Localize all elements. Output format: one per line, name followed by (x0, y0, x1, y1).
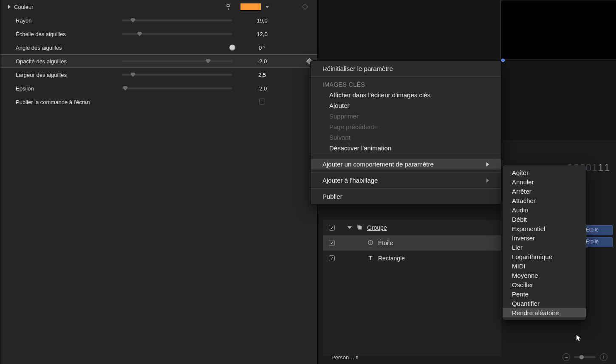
menu-separator (311, 188, 501, 189)
menu-add-parameter-behavior[interactable]: Ajouter un comportement de paramètre (311, 159, 501, 169)
timeline-clip[interactable]: Étoile (583, 237, 613, 247)
zoom-controls: − + (562, 353, 608, 361)
menu-prev-keyframe: Page précédente (311, 121, 501, 132)
color-dropdown-icon[interactable] (266, 6, 269, 8)
param-label-largeur: Largeur des aiguilles (16, 72, 67, 78)
menu-separator (311, 172, 501, 172)
menu-add-to-rig[interactable]: Ajouter à l'habillage (311, 175, 501, 186)
timeline-clips: Étoile Étoile (583, 225, 613, 249)
value-opacite[interactable]: -2,0 (241, 58, 283, 65)
layer-row-etoile[interactable]: Étoile (323, 235, 501, 251)
timeline-clip[interactable]: Étoile (583, 225, 613, 235)
publish-checkbox[interactable] (259, 99, 265, 104)
zoom-in-button[interactable]: + (600, 353, 608, 361)
layer-row-rectangle[interactable]: Rectangle (323, 251, 501, 266)
menu-keyframes-header: IMAGES CLÉS (311, 79, 501, 90)
submenu-item[interactable]: Moyenne (503, 271, 586, 280)
param-row-largeur: Largeur des aiguilles 2,5 (0, 68, 317, 82)
menu-separator (311, 76, 501, 77)
param-row-rayon: Rayon 19,0 (0, 14, 317, 27)
param-row-angle: Angle des aiguilles 0 ° (0, 41, 317, 54)
behavior-submenu: AgiterAnnulerArrêterAttacherAudioDébitEx… (502, 165, 586, 320)
param-row-echelle: Échelle des aiguilles 12,0 (0, 27, 317, 41)
menu-next-keyframe: Suivant (311, 132, 501, 143)
layer-name-etoile[interactable]: Étoile (378, 240, 393, 246)
submenu-item[interactable]: MIDI (503, 261, 586, 271)
slider-angle[interactable] (122, 47, 232, 48)
menu-disable-animation[interactable]: Désactiver l'animation (311, 143, 501, 153)
slider-epsilon[interactable] (122, 87, 232, 89)
zoom-out-button[interactable]: − (562, 353, 570, 361)
param-row-epsilon: Epsilon -2,0 (0, 82, 317, 95)
slider-rayon[interactable] (122, 20, 232, 21)
layer-name-rectangle[interactable]: Rectangle (378, 255, 405, 262)
menu-delete-keyframe: Supprimer (311, 111, 501, 121)
submenu-item[interactable]: Rendre aléatoire (503, 308, 586, 317)
slider-opacite[interactable] (122, 60, 232, 62)
shape-icon (367, 239, 374, 247)
disclosure-icon[interactable] (8, 5, 11, 9)
submenu-item[interactable]: Attacher (503, 196, 586, 205)
cursor-icon (576, 334, 582, 343)
value-echelle[interactable]: 12,0 (241, 31, 283, 37)
param-label-rayon: Rayon (16, 17, 32, 24)
submenu-item[interactable]: Audio (503, 205, 586, 214)
visibility-checkbox[interactable] (329, 225, 335, 231)
submenu-arrow-icon (486, 162, 489, 166)
slider-largeur[interactable] (122, 74, 232, 76)
visibility-checkbox[interactable] (329, 240, 335, 246)
stack-icon (356, 224, 363, 232)
transform-handle[interactable] (501, 59, 505, 62)
menu-show-keyframe-editor[interactable]: Afficher dans l'éditeur d'images clés (311, 90, 501, 100)
param-label-opacite: Opacité des aiguilles (16, 58, 67, 65)
submenu-item[interactable]: Débit (503, 214, 586, 224)
value-angle[interactable]: 0 ° (241, 45, 283, 51)
submenu-item[interactable]: Pente (503, 289, 586, 299)
layer-list: Groupe Étoile Rectangle (323, 220, 501, 356)
submenu-item[interactable]: Annuler (503, 177, 586, 186)
inspector-panel: Couleur Rayon 19,0 Échelle des aiguilles… (0, 0, 318, 364)
layer-name-group[interactable]: Groupe (367, 224, 387, 231)
value-rayon[interactable]: 19,0 (241, 17, 283, 24)
submenu-item[interactable]: Inverser (503, 233, 586, 243)
submenu-arrow-icon (486, 178, 489, 183)
menu-publish[interactable]: Publier (311, 191, 501, 202)
menu-reset-parameter[interactable]: Réinitialiser le paramètre (311, 63, 501, 74)
submenu-item[interactable]: Exponentiel (503, 224, 586, 233)
submenu-item[interactable]: Arrêter (503, 186, 586, 196)
param-label-epsilon: Epsilon (16, 85, 34, 92)
param-label-angle: Angle des aiguilles (16, 45, 62, 51)
zoom-slider[interactable] (574, 356, 596, 358)
visibility-checkbox[interactable] (329, 255, 335, 261)
svg-rect-4 (358, 226, 362, 229)
param-label-color: Couleur (14, 4, 34, 10)
slider-echelle[interactable] (122, 33, 232, 35)
submenu-item[interactable]: Lier (503, 243, 586, 252)
param-row-color: Couleur (0, 0, 317, 14)
value-largeur[interactable]: 2,5 (241, 72, 283, 78)
text-icon (367, 254, 374, 262)
submenu-item[interactable]: Quantifier (503, 299, 586, 308)
param-label-echelle: Échelle des aiguilles (16, 31, 66, 37)
value-epsilon[interactable]: -2,0 (241, 85, 283, 92)
submenu-item[interactable]: Logarithmique (503, 252, 586, 261)
param-row-opacite: Opacité des aiguilles -2,0 (0, 54, 317, 68)
disclosure-icon[interactable] (348, 226, 352, 229)
param-row-publish: Publier la commande à l'écran (0, 95, 317, 109)
menu-add-keyframe[interactable]: Ajouter (311, 100, 501, 111)
param-label-publish: Publier la commande à l'écran (16, 99, 90, 105)
submenu-item[interactable]: Agiter (503, 168, 586, 177)
color-swatch[interactable] (240, 3, 261, 11)
keyframe-icon[interactable] (302, 3, 308, 9)
viewer-canvas[interactable]: Apple (500, 0, 616, 59)
eyedropper-icon[interactable] (223, 2, 233, 12)
parameter-context-menu: Réinitialiser le paramètre IMAGES CLÉS A… (310, 60, 501, 205)
submenu-item[interactable]: Osciller (503, 280, 586, 289)
layer-row-group[interactable]: Groupe (323, 220, 501, 235)
menu-separator (311, 156, 501, 156)
